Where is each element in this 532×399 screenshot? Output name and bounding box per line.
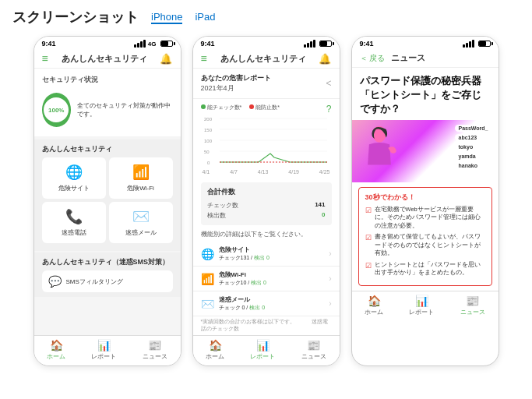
chevron-icon-0: › bbox=[329, 249, 331, 258]
signal-icons-2 bbox=[304, 40, 332, 48]
nav-report-1[interactable]: 📊 レポート bbox=[91, 339, 116, 361]
x-label-1: 4/7 bbox=[230, 169, 238, 175]
info-item-1: ☑ 書き留めて保管してもよいが、パスワードそのものではなくヒントシートが有効。 bbox=[365, 233, 485, 258]
report-chevron[interactable]: < bbox=[326, 78, 331, 89]
feature-kiken-site[interactable]: 🌐 危険サイト bbox=[42, 157, 106, 199]
sig-bar bbox=[469, 41, 471, 48]
hamburger-icon-1[interactable]: ≡ bbox=[42, 52, 48, 65]
bell-icon-1[interactable]: 🔔 bbox=[160, 53, 172, 65]
list-item-kiken-site[interactable]: 🌐 危険サイト チェック131 / 検出 0 › bbox=[193, 242, 340, 267]
battery-icon-2 bbox=[319, 41, 332, 47]
bottom-nav-1: 🏠 ホーム 📊 レポート 📰 ニュース bbox=[34, 335, 181, 365]
tab-iphone[interactable]: iPhone bbox=[151, 11, 182, 24]
globe-icon: 🌐 bbox=[65, 164, 83, 181]
sig-bar bbox=[463, 44, 465, 48]
feature-label-1: 危険Wi-Fi bbox=[127, 184, 154, 192]
svg-text:200: 200 bbox=[204, 117, 213, 122]
report-label-1: レポート bbox=[91, 352, 116, 361]
phone1-content: セキュリティ状況 100% 全てのセキュリティ対策が動作中です。 あんしんセキュ… bbox=[34, 69, 181, 335]
info-text-1: 書き留めて保管してもよいが、パスワードそのものではなくヒントシートが有効。 bbox=[375, 233, 485, 258]
nav-report-2[interactable]: 📊 レポート bbox=[250, 339, 275, 361]
pwd-3: yamda bbox=[455, 153, 492, 160]
sms-filter-item[interactable]: 💬 SMSフィルタリング bbox=[42, 270, 173, 292]
svg-text:0: 0 bbox=[207, 161, 210, 165]
time-1: 9:41 bbox=[42, 40, 56, 48]
item-sub-1: チェック10 / 検出 0 bbox=[219, 279, 329, 287]
report-label-3: レポート bbox=[409, 308, 434, 316]
item-sub-0: チェック131 / 検出 0 bbox=[219, 254, 329, 262]
list-item-kiken-wifi[interactable]: 📶 危険Wi-Fi チェック10 / 検出 0 › bbox=[193, 267, 340, 291]
hamburger-icon-2[interactable]: ≡ bbox=[201, 52, 207, 65]
nav-news-3[interactable]: 📰 ニュース bbox=[460, 295, 485, 316]
tab-ipad[interactable]: iPad bbox=[195, 11, 215, 24]
news-label-2: ニュース bbox=[301, 352, 326, 361]
wifi-icon: 📶 bbox=[132, 164, 150, 181]
nav-home-1[interactable]: 🏠 ホーム bbox=[47, 339, 65, 361]
svg-text:50: 50 bbox=[204, 150, 210, 154]
report-icon-3: 📊 bbox=[415, 295, 428, 307]
feature-kiken-wifi[interactable]: 📶 危険Wi-Fi bbox=[109, 157, 173, 199]
page-header: スクリーンショット iPhone iPad bbox=[12, 8, 520, 26]
pwd-1: abc123 bbox=[455, 134, 492, 141]
question-icon[interactable]: ? bbox=[326, 104, 332, 115]
nav-home-3[interactable]: 🏠 ホーム bbox=[365, 295, 383, 316]
back-button[interactable]: ＜ 戻る bbox=[360, 53, 386, 64]
feature-label-0: 危険サイト bbox=[58, 184, 90, 192]
nav-report-3[interactable]: 📊 レポート bbox=[409, 295, 434, 316]
page-title: スクリーンショット bbox=[12, 8, 139, 26]
item-text-2: 迷惑メール チェック 0 / 検出 0 bbox=[219, 295, 329, 312]
news-label-1: ニュース bbox=[143, 352, 167, 361]
navbar-3: ＜ 戻る ニュース bbox=[352, 49, 499, 68]
hero-image: PassWord_ abc123 tokyo yamda hanako bbox=[352, 120, 499, 182]
sig-bar bbox=[304, 44, 306, 48]
phone2-content: あなたの危害レポート 2021年4月 < 能チェック数* 能防止数* ? bbox=[193, 69, 340, 335]
report-icon-2: 📊 bbox=[256, 339, 270, 351]
bottom-nav-3: 🏠 ホーム 📊 レポート 📰 ニュース bbox=[352, 291, 499, 321]
progress-value: 100% bbox=[44, 97, 69, 122]
status-bar-1: 9:41 4G bbox=[34, 37, 181, 49]
navbar-title-3: ニュース bbox=[391, 52, 425, 64]
report-label-2: レポート bbox=[250, 352, 275, 361]
phone3-content: パスワード保護の秘密兵器「ヒントシート」をご存じですか？ PassWord_ a… bbox=[352, 68, 499, 291]
wifi-icon-2: 📶 bbox=[201, 273, 214, 285]
sms-filter-label: SMSフィルタリング bbox=[66, 277, 123, 286]
summary-row-check: チェック数 141 bbox=[207, 200, 326, 210]
bell-icon-2[interactable]: 🔔 bbox=[319, 53, 331, 65]
legend-prevent: 能防止数* bbox=[249, 104, 280, 111]
info-box-title: 30秒でわかる！ bbox=[365, 192, 485, 203]
svg-text:150: 150 bbox=[204, 128, 213, 132]
main-features-section: あんしんセキュリティ 🌐 危険サイト 📶 危険Wi-Fi 📞 迷惑電話 bbox=[34, 139, 181, 251]
item-name-2: 迷惑メール bbox=[219, 295, 329, 304]
home-label-1: ホーム bbox=[47, 352, 65, 361]
item-name-1: 危険Wi-Fi bbox=[219, 270, 329, 279]
home-icon-3: 🏠 bbox=[368, 295, 381, 307]
summary-detect-label: 検出数 bbox=[207, 211, 226, 220]
phone-icon: 📞 bbox=[65, 208, 83, 225]
chart-x-labels: 4/1 4/7 4/13 4/19 4/25 bbox=[201, 169, 332, 175]
features-grid: 🌐 危険サイト 📶 危険Wi-Fi 📞 迷惑電話 ✉️ 迷惑メール bbox=[42, 157, 173, 243]
signal-icons-1: 4G bbox=[134, 40, 173, 48]
security-status-text: 全てのセキュリティ対策が動作中です。 bbox=[77, 101, 173, 118]
news-icon-3: 📰 bbox=[466, 295, 479, 307]
x-label-3: 4/19 bbox=[288, 169, 299, 175]
summary-check-label: チェック数 bbox=[207, 201, 238, 210]
phone-1: 9:41 4G ≡ あんしんセキュリティ 🔔 セキュリティ状況 bbox=[33, 36, 181, 366]
navbar-2: ≡ あんしんセキュリティ 🔔 bbox=[193, 49, 340, 69]
person-illustration bbox=[360, 124, 399, 178]
feature-meiwaku-mail[interactable]: ✉️ 迷惑メール bbox=[109, 202, 173, 243]
pwd-4: hanako bbox=[455, 162, 492, 169]
nav-news-1[interactable]: 📰 ニュース bbox=[143, 339, 167, 361]
summary-detect-value: 0 bbox=[322, 211, 325, 220]
article-title: パスワード保護の秘密兵器「ヒントシート」をご存じですか？ bbox=[352, 68, 499, 120]
nav-home-2[interactable]: 🏠 ホーム bbox=[206, 339, 224, 361]
security-status-row: 100% 全てのセキュリティ対策が動作中です。 bbox=[42, 90, 173, 130]
footnote: *実績回数の合計のお客様は以下です。 迷惑電話のチェック数 bbox=[193, 316, 340, 335]
nav-news-2[interactable]: 📰 ニュース bbox=[301, 339, 326, 361]
pwd-0: PassWord_ bbox=[455, 125, 492, 132]
sig-bar bbox=[313, 40, 315, 48]
list-item-meiwaku-mail[interactable]: ✉️ 迷惑メール チェック 0 / 検出 0 › bbox=[193, 291, 340, 316]
feature-meiwaku-phone[interactable]: 📞 迷惑電話 bbox=[42, 202, 106, 243]
info-text-2: ヒントシートとは「パスワードを思い出す手がかり」をまとめたもの。 bbox=[375, 261, 485, 277]
navbar-title-1: あんしんセキュリティ bbox=[62, 53, 147, 65]
x-label-2: 4/13 bbox=[258, 169, 269, 175]
